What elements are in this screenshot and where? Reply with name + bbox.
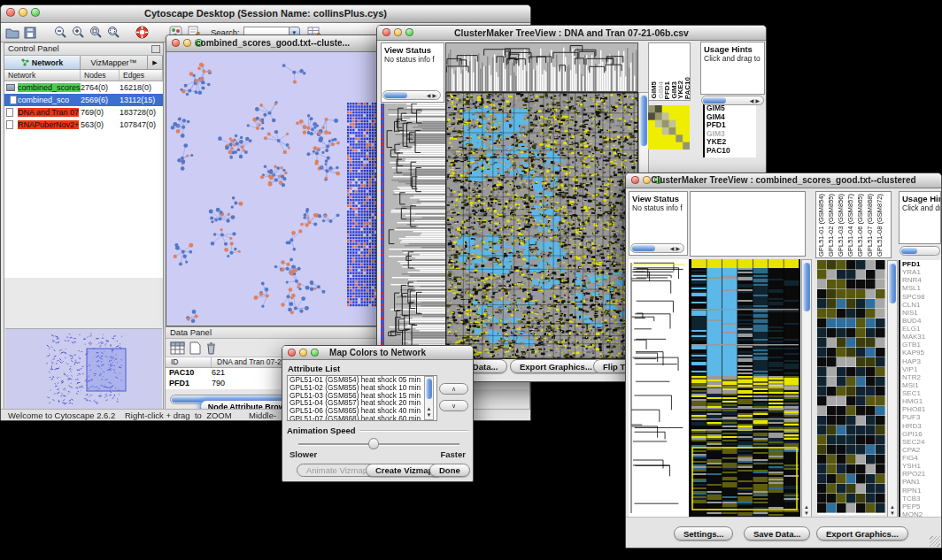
horizontal-scrollbar[interactable]: ◀▶ [701,96,764,105]
column-label[interactable]: PFD1 [663,81,670,99]
attribute-item[interactable]: GPL51-07 (GSM868) heat shock 60 min [288,415,436,421]
scroll-down-icon[interactable]: ▼ [425,412,433,418]
table-row[interactable]: DNA and Tran 07 769(0) 183728(0) [4,106,163,119]
column-label[interactable]: YKE2 [676,81,683,99]
gene-label[interactable]: YSH1 [902,462,941,470]
gene-label[interactable]: PFD1 [902,260,941,268]
row-dendrogram-canvas[interactable] [381,104,445,357]
row-dendrogram-canvas[interactable] [629,259,689,518]
gene-label[interactable]: BUD4 [902,317,941,325]
export-graphics-button[interactable]: Export Graphics... [816,526,908,541]
column-dendrogram-canvas[interactable] [445,42,638,92]
scroll-up-icon[interactable]: ▲ [425,406,433,412]
gene-label[interactable]: CLN1 [902,301,941,309]
column-label[interactable]: GPL51-02 (GSM855) [827,194,837,257]
column-label[interactable]: GPL51-07 (GSM868) [866,194,876,257]
tab-overflow-button[interactable]: ▶ [148,56,163,69]
heatmap-canvas[interactable] [445,92,638,359]
gene-label[interactable]: SEC1 [902,389,941,397]
column-label[interactable]: GPL51-08 (GSM872) [876,194,885,257]
column-label[interactable]: PAC10 [683,77,691,99]
horizontal-scrollbar[interactable]: ◀▶ [630,243,684,253]
gene-label[interactable]: CPA2 [902,446,941,454]
gene-label[interactable]: NTR2 [902,373,941,381]
export-graphics-button[interactable]: Export Graphics... [510,359,602,373]
gene-label[interactable]: FIG4 [902,454,941,462]
scroll-down-icon[interactable]: ▼ [802,510,811,517]
move-up-button[interactable]: ∧ [439,383,468,395]
scrollbar-thumb[interactable] [384,92,407,98]
tab-network[interactable]: Network [4,56,81,69]
select-attributes-icon[interactable] [170,341,185,355]
col-edges[interactable]: Edges [120,70,163,81]
gene-label[interactable]: ELG1 [902,325,941,333]
gene-label[interactable]: PUF3 [902,413,941,421]
tab-vizmapper[interactable]: VizMapper™ [81,56,148,69]
settings-button[interactable]: Settings... [674,526,733,541]
gene-label[interactable]: PAN1 [902,478,941,486]
gene-label[interactable]: HRD3 [902,422,941,430]
global-matrix-canvas[interactable] [648,105,690,150]
gene-label[interactable]: SEC24 [902,438,941,446]
gene-label[interactable]: HAP3 [902,357,941,365]
network-canvas[interactable] [166,52,379,325]
scrollbar-thumb[interactable] [803,262,810,311]
gene-label[interactable]: VIP1 [902,365,941,373]
column-label[interactable]: GPL51-03 (GSM856) [837,194,846,257]
attribute-list[interactable]: GPL51-01 (GSM854) heat shock 05 minGPL51… [287,375,437,421]
delete-attribute-icon[interactable] [205,341,217,355]
save-icon[interactable] [21,24,39,41]
gene-label[interactable]: NIS1 [902,309,941,317]
scrollbar-thumb[interactable] [640,95,647,146]
gene-label[interactable]: MSI1 [902,381,941,389]
treeview-combined-titlebar[interactable]: ClusterMaker TreeView : combined_scores_… [626,173,941,188]
gene-label[interactable]: YRA1 [902,268,941,276]
row-label[interactable]: PAC10 [706,147,756,156]
table-row[interactable]: combined_scores 2764(0) 16218(0) [4,81,163,94]
vertical-scrollbar[interactable]: ▲ ▼ [887,260,898,518]
open-file-icon[interactable] [4,24,21,41]
scroll-up-icon[interactable]: ▲ [888,504,897,510]
gene-label[interactable]: TCB3 [902,495,941,502]
dialog-titlebar[interactable]: Map Colors to Network [282,346,473,360]
gene-label[interactable]: RPN1 [902,487,941,495]
scroll-right-icon[interactable]: ▶ [755,98,761,104]
column-label[interactable]: GPL51-06 (GSM865) [856,194,866,257]
zoom-fit-icon[interactable] [104,24,122,41]
zoom-out-icon[interactable] [51,24,69,41]
scroll-right-icon[interactable]: ▶ [432,93,438,98]
treeview-dna-titlebar[interactable]: ClusterMaker TreeView : DNA and Tran 07-… [377,26,766,41]
gene-label[interactable]: HMG1 [902,397,941,405]
save-data-button[interactable]: Save Data... [744,526,810,541]
vertical-scrollbar[interactable]: ▲ ▼ [424,376,434,420]
help-lifesaver-icon[interactable] [133,24,151,41]
zoom-selected-icon[interactable] [87,24,104,41]
scroll-right-icon[interactable]: ▶ [676,246,682,251]
new-attribute-icon[interactable] [189,341,201,355]
gene-label[interactable]: MAK31 [902,333,941,341]
vertical-scrollbar[interactable]: ▲ ▼ [801,259,812,518]
zoom-heatmap-canvas[interactable] [817,260,885,515]
gene-label[interactable]: RPO21 [902,470,941,478]
gene-label[interactable]: KAP95 [902,349,941,357]
horizontal-scrollbar[interactable] [900,246,940,256]
gene-label[interactable]: PEP5 [902,502,941,510]
speed-slider-thumb[interactable] [368,438,379,449]
scrollbar-thumb[interactable] [901,248,917,254]
float-panel-icon[interactable] [151,45,160,53]
gene-label[interactable]: MSL1 [902,284,941,292]
column-label[interactable]: GPL51-04 (GSM857) [846,194,856,257]
gene-label[interactable]: RNR4 [902,276,941,284]
gene-label[interactable]: PHO81 [902,405,941,413]
table-row[interactable]: RNAPuberNov2+ 563(0) 107847(0) [4,119,163,131]
column-label[interactable]: GPL51-01 (GSM854) [817,194,827,257]
resize-grip[interactable] [930,536,940,547]
table-row[interactable]: combined_sco 2569(6) 13112(15) [4,94,163,106]
move-down-button[interactable]: ∨ [439,400,468,411]
done-button[interactable]: Done [429,464,470,477]
scrollbar-thumb[interactable] [703,97,726,104]
birdseye-canvas[interactable] [5,329,162,409]
main-titlebar[interactable]: Cytoscape Desktop (Session Name: collins… [1,5,530,23]
gene-label[interactable]: GTB1 [902,341,941,349]
heatmap-canvas[interactable] [691,259,800,518]
